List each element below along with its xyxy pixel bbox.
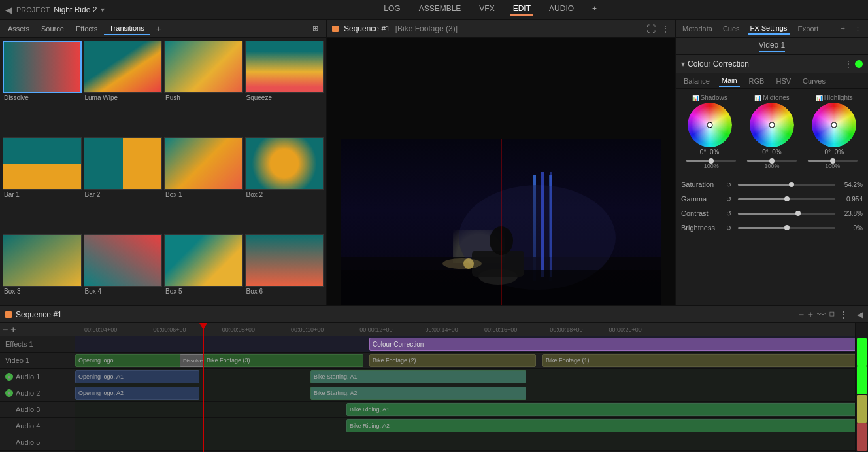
right-panel-tabs: Metadata Cues FX Settings Export + ⋮ (676, 20, 868, 38)
nav-edit[interactable]: EDIT (510, 4, 533, 16)
tab-transitions[interactable]: Transitions (104, 22, 149, 35)
highlights-wheel-container: 📊 Highlights 0° 0% (812, 94, 856, 156)
cc-tab-balance[interactable]: Balance (681, 76, 712, 86)
saturation-track[interactable] (738, 184, 835, 186)
cc-expand-icon[interactable]: ▾ (681, 60, 685, 69)
master-slider-midtones: 100% (746, 160, 798, 169)
zoom-minus-icon[interactable]: − (3, 324, 8, 335)
track-label-effects1: Effects 1 (0, 336, 75, 353)
audio4-bikeriding-clip[interactable]: Bike Riding, A2 (346, 419, 855, 432)
tab-metadata[interactable]: Metadata (680, 23, 715, 35)
fullscreen-icon[interactable]: ⛶ (646, 24, 656, 34)
gamma-row: Gamma ↺ 0.954 (681, 192, 863, 206)
nav-assemble[interactable]: ASSEMBLE (416, 4, 464, 16)
zoom-out-btn[interactable]: − (799, 309, 804, 320)
grid-view-icon[interactable]: ⊞ (307, 22, 324, 35)
bar2-thumb (84, 137, 163, 190)
colour-correction-clip[interactable]: Colour Correction (369, 338, 855, 351)
zoom-plus-icon[interactable]: + (10, 324, 16, 335)
audio2-opening-clip[interactable]: Opening logo, A2 (75, 387, 199, 400)
brightness-track[interactable] (738, 227, 835, 229)
audio3-bikeriding-clip[interactable]: Bike Riding, A1 (346, 403, 855, 416)
opening-logo-clip[interactable]: Opening logo (75, 354, 185, 367)
shadows-values: 0° 0% (700, 148, 720, 156)
midtones-values: 0° 0% (762, 148, 782, 156)
master-shadows-track[interactable] (686, 160, 736, 162)
video-frame (341, 139, 661, 316)
transition-luma-wipe[interactable]: Luma Wipe (84, 41, 163, 135)
top-nav: LOG ASSEMBLE VFX EDIT AUDIO + (118, 4, 863, 16)
cc-tab-rgb[interactable]: RGB (746, 76, 767, 86)
add-workspace-btn[interactable]: + (590, 4, 599, 16)
audio2-enable-btn[interactable]: ● (5, 389, 13, 397)
transition-box2[interactable]: Box 2 (245, 137, 324, 232)
tl-copy-icon[interactable]: ⧉ (829, 309, 835, 320)
tl-waveform-icon[interactable]: 〰 (817, 309, 826, 320)
right-menu-icon[interactable]: ⋮ (852, 22, 864, 35)
saturation-reset-icon[interactable]: ↺ (726, 181, 735, 188)
svg-rect-2 (541, 172, 544, 277)
contrast-track[interactable] (738, 213, 835, 215)
box1-thumb (164, 137, 243, 190)
box2-label: Box 2 (245, 190, 324, 200)
bike-footage-1-clip[interactable]: Bike Footage (1) (542, 354, 855, 367)
tab-source[interactable]: Source (36, 23, 69, 35)
svg-rect-3 (550, 172, 552, 277)
project-name[interactable]: Night Ride 2 (54, 5, 97, 14)
transition-squeeze[interactable]: Squeeze (245, 41, 324, 135)
back-icon[interactable]: ◀ (5, 5, 12, 15)
audio2-bikestart-clip[interactable]: Bike Starting, A2 (310, 387, 526, 400)
transition-box1[interactable]: Box 1 (164, 137, 243, 232)
master-midtones-track[interactable] (747, 160, 797, 162)
push-thumb (164, 41, 243, 93)
tab-fx-settings[interactable]: FX Settings (748, 22, 790, 35)
transition-bar1[interactable]: Bar 1 (3, 137, 82, 232)
sequence-title: Sequence #1 (344, 24, 390, 33)
transition-push[interactable]: Push (164, 41, 243, 135)
zoom-in-btn[interactable]: + (808, 309, 813, 320)
cc-tab-curves[interactable]: Curves (800, 76, 828, 86)
collapse-timeline-btn[interactable]: ◀ (857, 310, 863, 319)
bar1-label: Bar 1 (3, 190, 82, 200)
master-highlights-track[interactable] (808, 160, 858, 162)
cc-enabled-indicator[interactable] (855, 60, 863, 68)
tab-export[interactable]: Export (795, 23, 821, 35)
dissolve-label: Dissolve (3, 93, 82, 103)
timeline-sequence-indicator (5, 311, 12, 318)
audio1-enable-btn[interactable]: ● (5, 373, 13, 381)
brightness-reset-icon[interactable]: ↺ (726, 224, 735, 232)
tab-cues[interactable]: Cues (720, 23, 743, 35)
midtones-color-wheel[interactable] (750, 103, 794, 147)
bike-footage-3-clip[interactable]: Bike Footage (3) (203, 354, 363, 367)
highlights-color-wheel[interactable] (812, 103, 856, 147)
audio1-opening-clip[interactable]: Opening logo, A1 (75, 370, 199, 383)
project-dropdown-icon[interactable]: ▾ (101, 5, 105, 14)
add-fx-btn[interactable]: + (839, 22, 848, 35)
tab-assets[interactable]: Assets (3, 23, 35, 35)
ruler-16: 00:00:16+00 (484, 326, 517, 333)
meter-bar-active2 (857, 366, 867, 394)
gamma-track[interactable] (738, 198, 835, 200)
gamma-reset-icon[interactable]: ↺ (726, 196, 735, 203)
cc-tab-main[interactable]: Main (719, 75, 740, 87)
nav-audio[interactable]: AUDIO (546, 4, 576, 16)
meter-bar-warn (857, 395, 867, 423)
transition-dissolve[interactable]: Dissolve (3, 41, 82, 135)
shadows-color-wheel[interactable] (688, 103, 732, 147)
nav-log[interactable]: LOG (381, 4, 403, 16)
viewer-header: Sequence #1 [Bike Footage (3)] ⛶ ⋮ (327, 20, 675, 38)
svg-point-9 (442, 258, 482, 269)
transition-bar2[interactable]: Bar 2 (84, 137, 163, 232)
tab-effects[interactable]: Effects (71, 23, 103, 35)
cc-options-icon[interactable]: ⋮ (844, 60, 852, 69)
viewer-menu-icon[interactable]: ⋮ (661, 24, 670, 34)
timeline-ruler: 00:00:04+00 00:00:06+00 00:00:08+00 00:0… (75, 323, 855, 336)
audio1-bikestart-clip[interactable]: Bike Starting, A1 (310, 370, 526, 383)
tl-menu-icon[interactable]: ⋮ (839, 309, 848, 320)
add-tab-btn[interactable]: + (151, 22, 167, 36)
bike-footage-2-clip[interactable]: Bike Footage (2) (369, 354, 536, 367)
cc-tab-hsv[interactable]: HSV (773, 76, 793, 86)
video-label[interactable]: Video 1 (759, 41, 785, 52)
contrast-reset-icon[interactable]: ↺ (726, 210, 735, 217)
nav-vfx[interactable]: VFX (476, 4, 497, 16)
